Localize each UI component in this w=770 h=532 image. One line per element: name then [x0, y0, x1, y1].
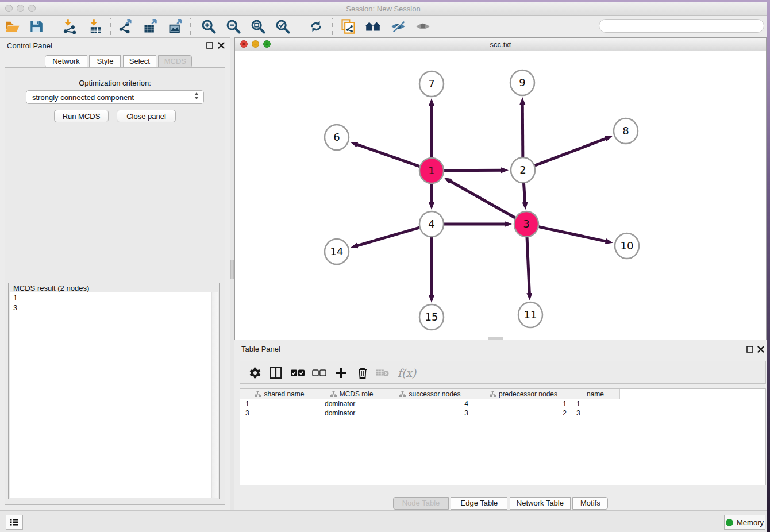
edge-1-2[interactable] — [444, 170, 505, 171]
table-cell[interactable]: 3 — [384, 408, 476, 418]
zoom-selected-icon[interactable] — [273, 17, 292, 36]
close-table-panel-icon[interactable] — [756, 345, 765, 354]
mcds-result-text[interactable]: 1 3 — [10, 292, 218, 498]
node-14[interactable]: 14 — [325, 239, 349, 264]
node-label: 4 — [428, 218, 434, 230]
network-file-icon[interactable] — [338, 17, 358, 36]
toolbar-separator — [332, 18, 333, 35]
deselect-all-columns-icon[interactable] — [310, 364, 328, 382]
save-session-icon[interactable] — [26, 17, 46, 36]
node-8[interactable]: 8 — [614, 118, 638, 144]
home-icon[interactable] — [363, 17, 383, 36]
zoom-out-icon[interactable] — [224, 17, 243, 36]
table-cell[interactable]: 1 — [571, 399, 620, 408]
criterion-select[interactable]: strongly connected component — [26, 90, 204, 104]
table-toolbar: f(x) — [240, 361, 766, 384]
network-window-title: scc.txt — [235, 40, 766, 49]
table-cell[interactable]: 4 — [384, 399, 476, 408]
show-details-icon[interactable] — [413, 17, 433, 36]
tab-select[interactable]: Select — [123, 55, 156, 68]
table-row[interactable]: 1dominator411 — [240, 399, 765, 408]
node-table: shared nameMCDS rolesuccessor nodesprede… — [240, 388, 766, 485]
edge-4-14[interactable] — [354, 228, 419, 246]
node-10[interactable]: 10 — [615, 233, 639, 259]
export-network-icon[interactable] — [116, 17, 136, 36]
column-header-successor-nodes[interactable]: successor nodes — [384, 389, 476, 399]
function-builder-icon[interactable]: f(x) — [394, 364, 419, 382]
column-header-shared-name[interactable]: shared name — [240, 389, 319, 399]
float-panel-icon[interactable] — [205, 41, 214, 50]
result-scrollbar[interactable] — [211, 292, 218, 498]
network-window: ✕ − + scc.txt 7968124314101511 — [234, 37, 767, 340]
zoom-fit-icon[interactable] — [248, 17, 268, 36]
edge-2-8[interactable] — [535, 137, 609, 165]
edge-1-6[interactable] — [353, 143, 419, 166]
column-header-predecessor-nodes[interactable]: predecessor nodes — [476, 389, 571, 399]
import-network-icon[interactable] — [60, 17, 79, 36]
node-2[interactable]: 2 — [511, 157, 535, 183]
column-header-name[interactable]: name — [571, 389, 620, 399]
control-panel-tabs: Network Style Select MCDS — [45, 55, 192, 68]
node-9[interactable]: 9 — [510, 70, 534, 95]
run-mcds-button[interactable]: Run MCDS — [54, 110, 109, 122]
toggle-column-panel-icon[interactable] — [267, 364, 285, 382]
select-all-columns-icon[interactable] — [288, 364, 307, 382]
search-input[interactable] — [599, 19, 764, 33]
table-cell[interactable]: 1 — [240, 399, 319, 408]
criterion-value: strongly connected component — [32, 93, 134, 102]
node-11[interactable]: 11 — [518, 302, 542, 327]
horizontal-splitter-handle[interactable] — [488, 337, 503, 340]
node-1[interactable]: 1 — [419, 158, 444, 183]
float-table-panel-icon[interactable] — [745, 345, 754, 354]
node-label: 2 — [519, 164, 526, 176]
add-column-icon[interactable] — [332, 364, 351, 382]
table-cell[interactable]: dominator — [319, 399, 384, 408]
table-cell[interactable]: 3 — [571, 408, 620, 418]
column-header-MCDS-role[interactable]: MCDS role — [319, 389, 384, 399]
node-4[interactable]: 4 — [419, 211, 444, 237]
zoom-in-icon[interactable] — [199, 17, 218, 36]
refresh-icon[interactable] — [306, 17, 326, 36]
network-canvas[interactable]: 7968124314101511 — [235, 51, 766, 340]
node-15[interactable]: 15 — [419, 304, 444, 330]
task-history-button[interactable] — [6, 515, 23, 530]
delete-column-icon[interactable] — [353, 364, 372, 382]
import-table-icon[interactable] — [86, 17, 105, 36]
tab-network[interactable]: Network — [45, 55, 87, 68]
tab-edge-table[interactable]: Edge Table — [451, 497, 507, 510]
close-panel-icon[interactable] — [217, 41, 226, 50]
open-session-icon[interactable] — [3, 17, 22, 36]
edge-3-1[interactable] — [447, 179, 515, 218]
tab-node-table[interactable]: Node Table — [393, 497, 449, 510]
edge-2-3[interactable] — [523, 183, 525, 206]
delete-table-icon[interactable] — [374, 364, 392, 382]
toolbar-separator — [52, 18, 52, 35]
tab-mcds[interactable]: MCDS — [158, 55, 192, 68]
close-panel-button[interactable]: Close panel — [117, 110, 176, 122]
table-cell[interactable]: 3 — [240, 408, 319, 418]
edge-3-11[interactable] — [527, 237, 530, 297]
hide-details-icon[interactable] — [388, 17, 408, 36]
node-label: 9 — [519, 76, 525, 88]
node-6[interactable]: 6 — [325, 125, 349, 150]
memory-button[interactable]: Memory — [724, 515, 765, 530]
node-3[interactable]: 3 — [514, 211, 538, 237]
edge-2-9[interactable] — [522, 101, 523, 157]
table-cell[interactable]: dominator — [319, 408, 384, 418]
export-table-icon[interactable] — [141, 17, 160, 36]
node-label: 15 — [425, 311, 438, 323]
export-image-icon[interactable] — [166, 17, 186, 36]
edge-3-10[interactable] — [538, 227, 609, 242]
table-cell[interactable]: 2 — [476, 408, 571, 418]
node-label: 11 — [524, 309, 537, 321]
table-row[interactable]: 3dominator323 — [240, 408, 765, 418]
tab-network-table[interactable]: Network Table — [510, 497, 571, 510]
splitter-handle[interactable] — [230, 260, 234, 279]
tab-style[interactable]: Style — [89, 55, 121, 68]
table-settings-gear-icon[interactable] — [246, 364, 264, 382]
node-7[interactable]: 7 — [419, 71, 444, 97]
table-panel-title: Table Panel — [241, 345, 280, 353]
table-cell[interactable]: 1 — [476, 399, 571, 408]
tab-motifs[interactable]: Motifs — [572, 497, 608, 510]
fx-label: f(x) — [398, 367, 417, 379]
